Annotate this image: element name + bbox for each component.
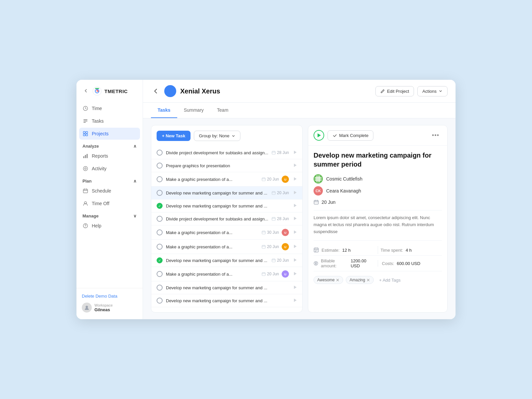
tabs-bar: Tasks Summary Team: [143, 103, 456, 118]
assignee-avatar-0: [314, 174, 323, 184]
actions-button[interactable]: Actions: [417, 86, 448, 96]
sidebar-item-tasks[interactable]: Tasks: [79, 115, 140, 127]
assignee-row-1: CK Ceara Kavanagh: [314, 186, 442, 196]
task-play-icon[interactable]: [294, 216, 297, 221]
back-button[interactable]: [151, 86, 160, 96]
task-row[interactable]: Make a graphic presentation of a...20 Ju…: [151, 267, 302, 281]
task-check[interactable]: ✓: [157, 203, 163, 209]
task-date: 20 Jun: [272, 258, 289, 263]
task-panel: + New Task Group by: None Divide project…: [151, 125, 303, 313]
detail-header: Mark Complete •••: [308, 125, 447, 146]
task-play-icon[interactable]: [294, 285, 297, 290]
task-row[interactable]: Develop new marketing campaign for summe…: [151, 281, 302, 294]
sidebar-item-reports[interactable]: Reports: [79, 150, 140, 162]
task-check[interactable]: [157, 150, 163, 156]
tab-team[interactable]: Team: [210, 103, 235, 118]
task-check[interactable]: [157, 190, 163, 196]
detail-panel: Mark Complete ••• Develop new marketing …: [308, 125, 448, 313]
task-check[interactable]: [157, 298, 163, 304]
task-check[interactable]: [157, 176, 163, 182]
help-icon: [82, 223, 88, 229]
calendar-small-icon: [262, 245, 266, 249]
calendar-small-icon: [272, 191, 276, 195]
sidebar-nav: Time Tasks Projects Analyze ∧: [76, 101, 143, 288]
task-play-icon[interactable]: [294, 177, 297, 182]
task-check[interactable]: [157, 271, 163, 277]
task-date: 20 Jun: [262, 177, 279, 182]
task-row[interactable]: Develop new marketing campaign for summe…: [151, 187, 302, 200]
task-row[interactable]: Prepare graphics for presentation: [151, 159, 302, 172]
task-row[interactable]: Make a graphic presentation of a...20 Ju…: [151, 240, 302, 254]
sidebar-item-activity[interactable]: Activity: [79, 163, 140, 175]
task-meta: 20 JunU: [262, 270, 297, 278]
task-date: 20 Jun: [262, 272, 279, 276]
play-small-icon: [294, 298, 297, 302]
workspace-avatar: [82, 303, 92, 313]
svg-rect-5: [83, 122, 86, 123]
task-play-icon[interactable]: [294, 272, 297, 277]
calendar-small-icon: [272, 217, 276, 221]
play-small-icon: [294, 191, 297, 195]
task-play-icon[interactable]: [294, 150, 297, 155]
add-tag-button[interactable]: + Add Tags: [376, 276, 403, 284]
task-row[interactable]: Divide project development for subtasks …: [151, 212, 302, 225]
delete-demo-button[interactable]: Delete Demo Data: [82, 292, 117, 300]
task-check[interactable]: [157, 216, 163, 222]
tab-summary[interactable]: Summary: [177, 103, 210, 118]
task-play-icon[interactable]: [294, 203, 297, 208]
sidebar-item-time-off[interactable]: Time Off: [79, 198, 140, 209]
task-play-icon[interactable]: [294, 163, 297, 168]
task-check[interactable]: [157, 229, 163, 235]
logo-text: TMETRIC: [104, 88, 128, 94]
task-play-icon[interactable]: [294, 191, 297, 196]
play-small-icon: [294, 285, 297, 289]
tag-close-button[interactable]: ✕: [366, 278, 370, 282]
detail-assignees: Cosmic Cuttlefish CK Ceara Kavanagh: [314, 174, 442, 196]
tag-close-button[interactable]: ✕: [336, 278, 339, 282]
task-name: Make a graphic presentation of a...: [166, 177, 262, 182]
cosmic-cuttlefish-avatar: [314, 174, 323, 184]
mark-complete-button[interactable]: Mark Complete: [328, 130, 373, 141]
task-row[interactable]: ✓Develop new marketing campaign for summ…: [151, 254, 302, 267]
group-by-button[interactable]: Group by: None: [194, 131, 240, 141]
sidebar-item-help[interactable]: Help: [79, 220, 140, 232]
task-play-icon[interactable]: [294, 230, 297, 235]
more-options-button[interactable]: •••: [429, 131, 442, 140]
task-check[interactable]: [157, 163, 163, 169]
content-area: + New Task Group by: None Divide project…: [143, 118, 456, 319]
task-name: Divide project development for subtasks …: [166, 216, 272, 221]
svg-rect-8: [83, 134, 85, 136]
task-meta: [292, 163, 297, 168]
svg-text:U: U: [284, 178, 287, 181]
app-window: TMETRIC Time Tasks Projects: [76, 80, 456, 319]
calendar-small-icon: [262, 272, 266, 276]
play-button[interactable]: [314, 130, 324, 141]
task-check[interactable]: [157, 285, 163, 291]
task-play-icon[interactable]: [294, 258, 297, 263]
task-row[interactable]: Make a graphic presentation of a...30 Ju…: [151, 225, 302, 240]
task-play-icon[interactable]: [294, 244, 297, 249]
task-row[interactable]: Develop new marketing campaign for summe…: [151, 294, 302, 307]
play-icon: [318, 133, 321, 137]
task-check[interactable]: ✓: [157, 257, 163, 263]
task-row[interactable]: ✓Develop new marketing campaign for summ…: [151, 200, 302, 212]
tab-tasks[interactable]: Tasks: [151, 103, 177, 118]
detail-stats: Estimate: 12 h Time spent: 4 h: [314, 245, 442, 255]
sidebar-item-projects[interactable]: Projects: [79, 128, 140, 140]
sidebar-item-time[interactable]: Time: [79, 102, 140, 114]
calendar-small-icon: [272, 151, 276, 155]
sidebar-item-schedule[interactable]: Schedule: [79, 185, 140, 197]
detail-body: Develop new marketing campaign for summe…: [308, 146, 447, 312]
new-task-button[interactable]: + New Task: [157, 131, 191, 141]
task-row[interactable]: Divide project development for subtasks …: [151, 146, 302, 159]
sidebar-header: TMETRIC: [76, 80, 143, 101]
calendar-small-icon: [262, 230, 266, 234]
analyze-section-header: Analyze ∧: [79, 140, 140, 150]
task-row[interactable]: Make a graphic presentation of a...20 Ju…: [151, 172, 302, 187]
sidebar-collapse-button[interactable]: [82, 87, 90, 96]
edit-project-button[interactable]: Edit Project: [375, 86, 414, 96]
sidebar-footer: Delete Demo Data Workspace Gilneas: [76, 288, 143, 314]
task-play-icon[interactable]: [294, 298, 297, 303]
task-check[interactable]: [157, 244, 163, 250]
play-small-icon: [294, 163, 297, 167]
